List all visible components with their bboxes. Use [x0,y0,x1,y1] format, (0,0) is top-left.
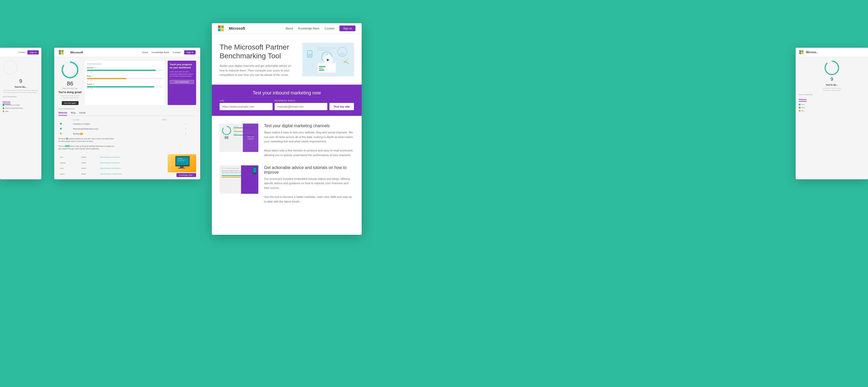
highlight-good: good [65,145,70,147]
center-nav-contact[interactable]: Contact [173,51,181,54]
center-nav-about[interactable]: About [142,51,148,54]
right-partial-window: Microso... 9 You're do... Lorem ipsum do… [796,48,868,179]
large-ms-yellow [221,29,224,31]
feature-screenshot-1: 86 Website Blog Social [220,124,258,152]
cta-form: URL BUSINESS EMAIL Test my site [220,99,354,110]
breakdown-title: Score Breakdown [58,108,196,110]
url-input[interactable] [220,103,273,110]
svg-rect-28 [319,68,323,69]
right-nav-bar: Microso... [796,48,868,57]
large-ms-green [221,26,224,28]
small-row-4: signua signua https://example.com/clear-… [59,171,164,176]
svg-point-17 [339,52,345,56]
tab-social[interactable]: Social [79,111,86,115]
left-tab-website[interactable]: Website [3,101,10,104]
tab-website[interactable]: Website [58,111,67,115]
run-test-button[interactable]: Run test again [62,101,79,105]
left-signin-button[interactable]: Sign in [27,50,39,55]
email-input[interactable] [275,103,328,110]
email-field-wrap: BUSINESS EMAIL [275,99,328,110]
promo-card: Track your progress on your dashboard Lo… [168,61,196,105]
left-nav-bar: Contact Sign in [0,48,41,57]
right-row-label-3: Sp... [802,110,805,111]
th-score: SCORE [72,118,160,121]
right-tab-website[interactable]: Website [799,98,807,102]
features-section: 86 Website Blog Social [212,116,362,219]
ms-logo [59,50,64,55]
video-play-button[interactable]: ▶ [323,55,333,64]
tab-blog[interactable]: Blog [71,111,75,115]
score-row-social: Social ⓘ 89 / 100 [87,83,162,89]
svg-rect-29 [319,70,324,71]
label-spelling: Spelling 4 [72,132,160,136]
score-row-blog: Blog ⓘ 45 / 100 [87,75,162,81]
left-row-2: Flesh-Kincaid Read Ease [3,107,39,109]
left-score-circle [3,60,18,75]
desktop-illustration [169,155,195,172]
expand-flesch[interactable]: + [185,128,187,130]
ms-logo-yellow [61,52,64,55]
svg-rect-15 [308,54,312,57]
expand-spelling[interactable]: + [185,132,187,135]
hero-title: The Microsoft PartnerBenchmarking Tool [220,43,297,60]
right-ms-green [802,50,803,52]
breakdown-table: SCORE PREV Freshness of content + Flesh-… [58,118,196,137]
table-row-freshness: Freshness of content + [59,122,195,126]
large-ms-red [218,26,221,28]
svg-rect-12 [178,161,185,161]
promo-title: Track your progress on your dashboard [170,63,194,69]
large-nav-links: About Knowledge Base Contact Sign in [285,26,355,31]
right-dot-2 [799,107,801,109]
center-nav-knowledge-base[interactable]: Knowledge Base [152,51,169,54]
right-main-content: 9 You're do... Lorem ipsum dolor sit ame… [796,57,868,115]
left-nav-contact[interactable]: Contact [18,51,26,54]
large-nav-bar: Microsoft About Knowledge Base Contact S… [212,23,362,34]
knowledge-base-button[interactable]: Knowledge base › [177,173,196,177]
large-ms-blue [218,29,221,31]
expand-freshness[interactable]: + [185,122,187,126]
label-flesch: Flesh-Kincaid Read Ease score [72,127,160,131]
dot-spelling [60,133,62,134]
score-circle-wrap: 86 Fifty-Five and Free You're doing grea… [58,61,82,105]
center-signin-button[interactable]: Sign in [184,50,195,55]
label-freshness: Freshness of content [72,122,160,126]
small-row-2: publicart publish https://example.com/co… [59,160,164,165]
cta-section: Test your inbound marketing now URL BUSI… [212,84,362,116]
th-prev: PREV [161,118,183,121]
right-nav-brand: Microso... [806,51,818,54]
large-signin-button[interactable]: Sign in [339,26,355,31]
go-to-dashboard-button[interactable]: Go to dashboard [170,80,194,84]
hero-video-thumbnail[interactable]: ▶ [302,43,354,76]
th-expand [184,118,195,121]
left-breakdown-title: Score Breakdown [3,96,39,98]
svg-rect-11 [178,160,187,160]
website-bar-bg [87,70,162,71]
dot-orange-1 [3,110,4,112]
right-row-1: Fre... [799,104,865,106]
center-nav-bar: Microsoft About Knowledge Base Contact S… [54,48,200,57]
email-label: BUSINESS EMAIL [275,99,328,102]
dot-green-2 [3,107,4,109]
feature-1-content: Test your digital marketing channels May… [264,124,354,157]
large-nav-contact[interactable]: Contact [324,27,334,30]
dot-flesch [60,128,62,130]
left-score-desc: Lorem ipsum dolor sit amet, consectetur … [3,89,39,94]
dot-green-1 [3,104,4,106]
ms-logo-red [59,50,61,52]
left-row-3: Spe... [3,110,39,112]
large-nav-about[interactable]: About [285,27,293,30]
large-nav-knowledge-base[interactable]: Knowledge Base [298,27,319,30]
test-my-site-button[interactable]: Test my site [330,103,354,110]
feature-row-2: Flesh-Kincaid Read Ease We found a spell… [220,165,354,204]
large-window: Microsoft About Knowledge Base Contact S… [212,23,362,235]
highlight-count: 4 [66,138,68,140]
center-main-content: 86 Fifty-Five and Free You're doing grea… [54,57,200,105]
feature-1-desc: Maya makes it easy to test your website,… [264,130,354,157]
left-breakdown-rows: Website Freshness of content Flesh-Kinca… [3,99,39,112]
score-breakdown-section: Score Breakdown Website Blog Social SCOR… [54,105,200,154]
left-row-1: Freshness of content [3,104,39,106]
right-dot-1 [799,104,801,106]
table-row-flesch: Flesh-Kincaid Read Ease score + [59,127,195,131]
large-ms-logo [218,26,224,31]
mini-circle-svg [222,126,231,135]
